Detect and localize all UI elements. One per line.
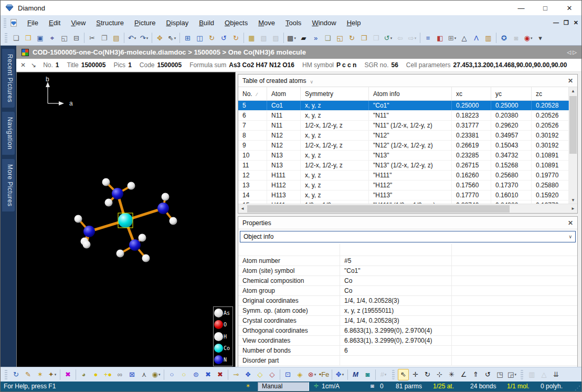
menu-item[interactable]: Window xyxy=(306,16,341,30)
search-rings-blue-button[interactable]: ○▾ xyxy=(166,369,177,380)
remove-network-blue-button[interactable]: ✖▾ xyxy=(203,369,214,380)
linear-list-button[interactable]: ≡▾ xyxy=(422,32,433,44)
toolbar-button[interactable]: ▾ xyxy=(228,369,228,380)
menu-item[interactable]: Help xyxy=(342,16,366,30)
info-goto-icon[interactable]: ↘ xyxy=(31,61,36,69)
search-rings-yellow-button[interactable]: ○▾ xyxy=(178,369,189,380)
remove-bonds-button[interactable]: ⊗▾ xyxy=(306,369,318,380)
next-view-button[interactable]: ⇨▾ xyxy=(407,32,418,44)
picture-folder-button[interactable]: ▰▾ xyxy=(298,32,309,44)
pan-hand-button[interactable]: ✥▾ xyxy=(154,32,165,44)
atom-H[interactable] xyxy=(83,241,91,249)
atom-H[interactable] xyxy=(170,217,177,225)
table-row[interactable]: 10 N13 x, y, z "N13" 0.23285 0.34732 0.1… xyxy=(238,151,569,161)
powder-pattern-button[interactable]: Λ▾ xyxy=(471,32,482,44)
toolbar-button[interactable]: ▾ xyxy=(84,33,84,43)
menu-item[interactable]: File xyxy=(22,16,44,30)
tilt-mode-button[interactable]: ⇑▾ xyxy=(470,369,481,380)
sidebar-tab-recent-pictures[interactable]: Recent Pictures xyxy=(2,49,15,108)
viewport-button[interactable]: ✥▾ xyxy=(334,369,345,380)
spin-mode-button[interactable]: ↺▾ xyxy=(482,369,493,380)
builder-tools-button[interactable]: ✦▾ xyxy=(47,369,58,380)
triangle-button[interactable]: △▾ xyxy=(538,369,549,380)
histogram-button[interactable]: ▥▾ xyxy=(526,369,537,380)
menu-item[interactable]: Display xyxy=(161,16,194,30)
menu-item[interactable]: Tools xyxy=(280,16,306,30)
refresh-button[interactable]: ↻▾ xyxy=(230,32,241,44)
column-header-zc[interactable]: zc xyxy=(532,87,569,100)
atom-H[interactable] xyxy=(75,215,82,223)
atom-H[interactable] xyxy=(105,199,113,207)
copy-picture-button[interactable]: ◱▾ xyxy=(334,32,345,44)
panel-menu-chevron-icon[interactable]: ∨ xyxy=(310,79,313,84)
properties-close-icon[interactable]: ✕ xyxy=(568,219,573,227)
open-document-button[interactable]: ❒▾ xyxy=(23,32,34,44)
object-info-select[interactable]: Object info ∨ xyxy=(240,231,576,242)
atom-design-button[interactable]: ●▾ xyxy=(90,369,101,380)
resize-grip[interactable]: ⋰ xyxy=(575,385,580,391)
rotate-mode-button[interactable]: ↻▾ xyxy=(422,369,433,380)
toolbar-button[interactable]: ▾ xyxy=(392,370,395,379)
polyhedron-red-button[interactable]: ◇▾ xyxy=(267,369,278,380)
vertical-scroll-thumb[interactable] xyxy=(569,96,577,154)
toolbar-button[interactable]: ▾ xyxy=(283,33,284,43)
rotate-picture-button[interactable]: ↻▾ xyxy=(346,32,357,44)
toolbar-button[interactable]: ▾ xyxy=(521,370,523,379)
grid-button[interactable]: #▾ xyxy=(378,369,389,380)
toolbar-button[interactable]: ▾ xyxy=(152,33,152,43)
undo-button[interactable]: ↶▾ xyxy=(126,32,137,44)
print-preview-button[interactable]: ◱▾ xyxy=(59,32,70,44)
minimize-button[interactable]: — xyxy=(509,1,533,15)
select-tool-button[interactable]: ⇖▾ xyxy=(166,32,177,44)
screenshot-button[interactable]: ◙▾ xyxy=(511,32,522,44)
legend-item-o[interactable]: O xyxy=(214,319,232,330)
properties-list-button[interactable]: ◧▾ xyxy=(435,32,446,44)
sidebar-tab-more-pictures[interactable]: More Pictures xyxy=(2,159,15,212)
render-view-button[interactable]: ◙▾ xyxy=(362,369,373,380)
table-properties-button[interactable]: ▥▾ xyxy=(483,32,494,44)
previous-view-button[interactable]: ⇦▾ xyxy=(395,32,406,44)
builder-wizard-button[interactable]: ✶▾ xyxy=(35,369,46,380)
menu-item[interactable]: Picture xyxy=(129,16,161,30)
sidebar-tab-navigation[interactable]: Navigation xyxy=(2,112,15,155)
build-molecules-button[interactable]: ⋏▾ xyxy=(139,369,150,380)
atom-H[interactable] xyxy=(128,182,135,190)
build-network-button[interactable]: ⊠▾ xyxy=(126,369,137,380)
update-picture-button[interactable]: ↻▾ xyxy=(10,369,22,380)
column-header-xc[interactable]: xc xyxy=(452,87,491,100)
video-button[interactable]: ◉▾ xyxy=(523,32,534,44)
pointer-mode-button[interactable]: ⇖▾ xyxy=(398,369,409,380)
print-button[interactable]: ⊟▾ xyxy=(71,32,82,44)
table-horizontal-scrollbar[interactable]: ◄ ► xyxy=(238,204,577,213)
toolbar-button[interactable]: ▾ xyxy=(244,33,244,43)
fill-polyhedra-button[interactable]: ◈▾ xyxy=(294,369,305,380)
maximize-button[interactable]: □ xyxy=(533,1,557,15)
picture-gallery-button[interactable]: ❒▾ xyxy=(371,32,382,44)
column-header-yc[interactable]: yc xyxy=(491,87,532,100)
atom-H[interactable] xyxy=(117,250,124,258)
split-view-button[interactable]: ◫▾ xyxy=(194,32,205,44)
redo-button[interactable]: ↷▾ xyxy=(139,32,150,44)
column-header-atom[interactable]: Atom xyxy=(267,87,301,100)
info-close-icon[interactable]: ✕ xyxy=(20,61,26,69)
atom-N[interactable] xyxy=(112,188,123,199)
pan-mode-button[interactable]: ⊹▾ xyxy=(434,369,445,380)
table-row[interactable]: 7 N11 1/2-x, 1/2-y, z "N11" (1/2-x, 1/2-… xyxy=(238,121,569,131)
paste-button[interactable]: ▤▾ xyxy=(111,32,122,44)
toolbar-button[interactable]: ▾ xyxy=(76,369,76,380)
toolbar-button[interactable]: ▾ xyxy=(164,369,164,380)
move-mode-button[interactable]: ✛▾ xyxy=(410,369,421,380)
legend-item-h[interactable]: H xyxy=(214,331,232,342)
add-atoms-button[interactable]: +●▾ xyxy=(102,369,113,380)
close-button[interactable]: ✕ xyxy=(557,1,581,15)
web-search-button[interactable]: ✪▾ xyxy=(499,32,510,44)
atom-H[interactable] xyxy=(102,178,110,186)
polyhedron-yellow-button[interactable]: ◇▾ xyxy=(255,369,266,380)
mdi-restore-button[interactable]: ❐ xyxy=(564,19,569,26)
toolbar-button[interactable]: ▾ xyxy=(347,369,348,380)
coordination-sphere-button[interactable]: ◉▾ xyxy=(151,369,162,380)
save-button[interactable]: ▣▾ xyxy=(35,32,46,44)
toolbar-button[interactable]: ▾ xyxy=(420,33,420,43)
atoms-table-close-icon[interactable]: ✕ xyxy=(568,77,573,84)
nav-forward-icon[interactable]: ▷ xyxy=(573,49,578,55)
